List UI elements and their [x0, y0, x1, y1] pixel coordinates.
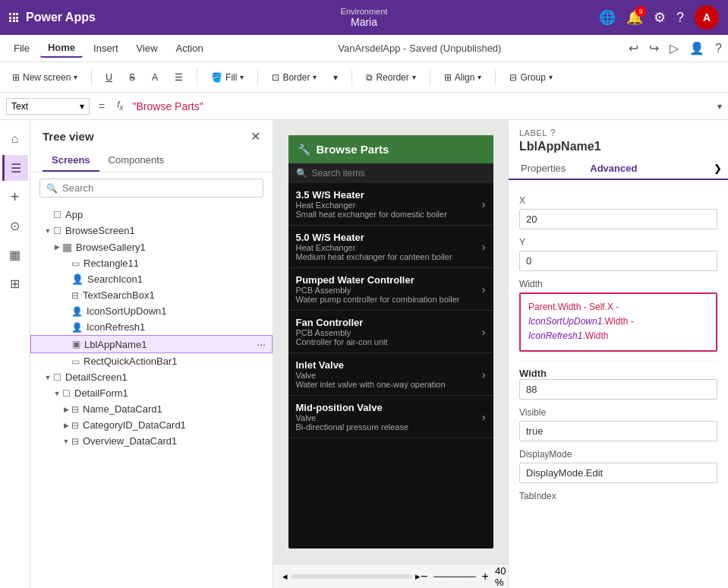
play-icon[interactable]: ▷ — [670, 41, 679, 55]
tree-item-name-datacard1[interactable]: ▶ ⊟ Name_DataCard1 — [30, 401, 273, 417]
preview-search-placeholder: Search items — [312, 168, 365, 179]
toolbar-separator-6 — [495, 69, 496, 86]
toolbar-separator-4 — [351, 69, 352, 86]
font-size-button[interactable]: A — [146, 69, 164, 86]
tree-tabs: Screens Components — [30, 150, 273, 172]
tree-item-searchicon1[interactable]: 👤 SearchIcon1 — [30, 271, 273, 287]
preview-chevron-2: › — [482, 283, 486, 296]
displaymode-input[interactable] — [519, 463, 717, 483]
help-icon[interactable]: ? — [676, 10, 684, 26]
tree-item-browsescreen1[interactable]: ▼ ☐ BrowseScreen1 — [30, 223, 273, 239]
y-input[interactable] — [519, 251, 717, 271]
width-code-line2: IconSortUpDown1 — [528, 316, 602, 327]
settings-icon[interactable]: ⚙ — [654, 9, 666, 26]
menu-file[interactable]: File — [6, 40, 37, 57]
formula-fx-icon[interactable]: fx — [114, 100, 126, 112]
zoom-in-icon[interactable]: + — [482, 570, 489, 583]
tree-item-browsegallery1[interactable]: ▶ ▦ BrowseGallery1 — [30, 239, 273, 255]
rail-home-icon[interactable]: ⌂ — [2, 126, 28, 152]
tree-title: Tree view — [43, 130, 94, 143]
tree-tab-components[interactable]: Components — [99, 150, 174, 172]
preview-item-text-2: Pumped Water Controller PCB Assembly Wat… — [296, 274, 460, 304]
x-input[interactable] — [519, 209, 717, 229]
preview-list-item-1: 5.0 W/S Heater Heat Exchanger Medium hea… — [288, 226, 493, 268]
tree-item-iconrefresh1[interactable]: 👤 IconRefresh1 — [30, 319, 273, 335]
preview-item-text-1: 5.0 W/S Heater Heat Exchanger Medium hea… — [296, 232, 452, 261]
group-button[interactable]: ⊟ Group ▾ — [503, 69, 558, 86]
tree-item-rectquickactionbar1[interactable]: ▭ RectQuickActionBar1 — [30, 353, 273, 369]
rail-add-icon[interactable]: + — [2, 184, 28, 210]
width-input[interactable] — [519, 379, 717, 400]
border-button[interactable]: ⊡ Border ▾ — [266, 69, 323, 86]
rail-data-icon[interactable]: ⊙ — [2, 213, 28, 239]
tree-item-textsearchbox1[interactable]: ⊟ TextSearchBox1 — [30, 287, 273, 303]
tree-search-box[interactable]: 🔍 — [39, 179, 263, 198]
border-extra-button[interactable]: ▾ — [327, 69, 344, 86]
share-icon[interactable]: 👤 — [689, 41, 704, 55]
tree-search-input[interactable] — [62, 182, 257, 194]
right-panel-expand-icon[interactable]: ❯ — [708, 158, 728, 179]
canvas-area: 🔧 Browse Parts 🔍 Search items 3.5 W/S He… — [273, 120, 508, 588]
tree-item-detailscreen1[interactable]: ▼ ☐ DetailScreen1 — [30, 369, 273, 385]
formula-expand-icon[interactable]: ▾ — [717, 101, 722, 112]
preview-item-text-3: Fan Controller PCB Assembly Controller f… — [296, 317, 388, 346]
menu-insert[interactable]: Insert — [86, 40, 126, 57]
new-screen-button[interactable]: ⊞ New screen ▾ — [6, 69, 84, 86]
notification-bell-wrap[interactable]: 🔔 9 — [626, 9, 643, 26]
menu-help-icon[interactable]: ? — [715, 42, 722, 55]
visible-label: Visible — [519, 407, 717, 418]
formula-type-selector[interactable]: Text ▾ — [6, 98, 90, 115]
rail-layers-icon[interactable]: ☰ — [2, 155, 28, 181]
tree-item-lblappname1[interactable]: ▣ LblAppName1 ··· — [30, 335, 273, 353]
underline-button[interactable]: U — [99, 69, 118, 86]
tree-item-detailform1[interactable]: ▼ ☐ DetailForm1 — [30, 385, 273, 401]
menu-action[interactable]: Action — [169, 40, 211, 57]
right-tab-advanced[interactable]: Advanced — [578, 158, 649, 180]
canvas-scroll-controls: ◂ ▸ — [282, 571, 421, 582]
right-panel-label: LABEL ? — [519, 128, 717, 138]
rail-controls-icon[interactable]: ⊞ — [2, 270, 28, 296]
formula-equals: = — [96, 100, 108, 112]
preview-chevron-5: › — [482, 411, 486, 423]
rail-media-icon[interactable]: ▦ — [2, 242, 28, 267]
redo-icon[interactable]: ↪ — [649, 41, 659, 55]
lblappname1-context-menu-icon[interactable]: ··· — [257, 338, 266, 350]
strikethrough-button[interactable]: S — [123, 69, 141, 86]
canvas-scroll-right-icon[interactable]: ▸ — [415, 571, 421, 582]
icon-rail: ⌂ ☰ + ⊙ ▦ ⊞ — [0, 120, 30, 588]
tree-item-overview-datacard1[interactable]: ▼ ⊟ Overview_DataCard1 — [30, 433, 273, 449]
align-icon: ⊞ — [444, 72, 452, 83]
group-icon: ⊟ — [509, 72, 517, 83]
preview-header-icon: 🔧 — [298, 144, 310, 156]
tree-item-rectangle11[interactable]: ▭ Rectangle11 — [30, 255, 273, 271]
align-button[interactable]: ⊞ Align ▾ — [438, 69, 488, 86]
tree-item-categoryid-datacard1[interactable]: ▶ ⊟ CategoryID_DataCard1 — [30, 417, 273, 433]
zoom-slider[interactable]: ────── — [433, 571, 475, 582]
tree-search-icon: 🔍 — [46, 183, 58, 194]
canvas-scroll-left-icon[interactable]: ◂ — [282, 571, 288, 582]
environment-info: Environment Maria — [341, 7, 388, 28]
width-code-box[interactable]: Parent.Width - Self.X - IconSortUpDown1.… — [519, 292, 717, 352]
tree-item-iconsortupdown1[interactable]: 👤 IconSortUpDown1 — [30, 303, 273, 319]
tree-close-icon[interactable]: ✕ — [251, 129, 260, 144]
fill-button[interactable]: 🪣 Fill ▾ — [205, 69, 250, 86]
reorder-button[interactable]: ⧉ Reorder ▾ — [360, 69, 421, 86]
right-tab-properties[interactable]: Properties — [509, 158, 578, 179]
canvas-scrollbar[interactable] — [291, 574, 412, 579]
label-help-icon[interactable]: ? — [550, 128, 556, 138]
group-chevron-icon: ▾ — [549, 73, 553, 81]
zoom-out-icon[interactable]: − — [421, 570, 427, 583]
undo-icon[interactable]: ↩ — [629, 41, 638, 55]
visible-input[interactable] — [519, 421, 717, 441]
width-section-label: Width — [519, 361, 717, 379]
formula-input[interactable]: "Browse Parts" — [133, 100, 711, 112]
apps-grid-icon[interactable] — [9, 13, 18, 22]
menu-home[interactable]: Home — [40, 39, 83, 58]
tree-tab-screens[interactable]: Screens — [43, 150, 99, 172]
canvas-scroll[interactable]: 🔧 Browse Parts 🔍 Search items 3.5 W/S He… — [273, 120, 508, 564]
avatar[interactable]: A — [695, 5, 719, 30]
environment-icon-wrap[interactable]: 🌐 — [599, 9, 616, 26]
menu-view[interactable]: View — [129, 40, 165, 57]
tree-item-app[interactable]: ☐ App — [30, 207, 273, 223]
align-text-button[interactable]: ☰ — [169, 69, 189, 86]
